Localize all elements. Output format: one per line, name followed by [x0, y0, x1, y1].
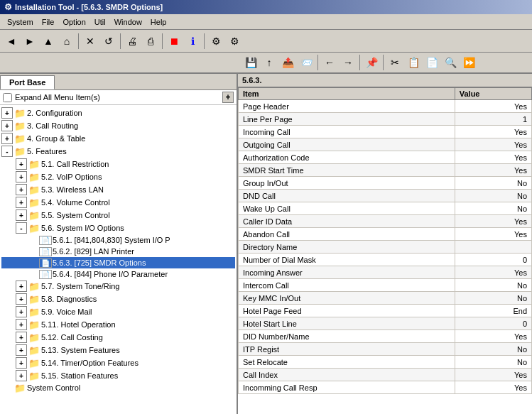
tree-toggle-callrestriction[interactable]: +	[16, 158, 27, 170]
table-row[interactable]: Authorization CodeYes	[239, 151, 532, 164]
upload3-button[interactable]: 📨	[298, 54, 315, 71]
tree-toggle-config[interactable]: +	[1, 107, 13, 119]
tree-item-syscontrolbottom[interactable]: 📁System Control	[1, 382, 235, 393]
table-row[interactable]: Line Per Page1	[239, 113, 532, 126]
menu-file[interactable]: File	[38, 16, 59, 28]
search-button[interactable]: 🔍	[442, 54, 459, 71]
forward-button[interactable]: ►	[21, 33, 38, 50]
tree-item-voip[interactable]: +📁5.2. VoIP Options	[1, 170, 235, 183]
table-row[interactable]: Call IndexYes	[239, 369, 532, 381]
tree-item-volume[interactable]: +📁5.4. Volume Control	[1, 196, 235, 209]
tree-toggle-sysfeatures[interactable]: +	[16, 344, 27, 356]
data-table[interactable]: Item Value Page HeaderYesLine Per Page1I…	[238, 87, 532, 414]
tree-toggle-group[interactable]: +	[1, 133, 13, 144]
tree-toggle-syscontrol[interactable]: +	[16, 209, 27, 221]
table-row[interactable]: DND CallNo	[239, 190, 532, 202]
tree-item-timeroption[interactable]: +📁5.14. Timer/Option Features	[1, 356, 235, 369]
tree-toggle-timeroption[interactable]: +	[16, 357, 27, 369]
table-row[interactable]: ITP RegistNo	[239, 343, 532, 356]
home-button[interactable]: ⌂	[58, 33, 75, 50]
expand-checkbox[interactable]	[3, 93, 12, 102]
tree-item-hotel[interactable]: +📁5.11. Hotel Operation	[1, 318, 235, 331]
table-row[interactable]: SMDR Start TimeYes	[239, 164, 532, 177]
table-row[interactable]: Key MMC In/OutNo	[239, 292, 532, 305]
tree-item-sysio4[interactable]: 📄5.6.4. [844] Phone I/O Parameter	[1, 268, 235, 280]
menu-util[interactable]: Util	[90, 16, 110, 28]
tree-container[interactable]: +📁2. Configuration+📁3. Call Routing+📁4. …	[0, 105, 237, 414]
table-row[interactable]: Caller ID DataYes	[239, 215, 532, 228]
tree-toggle-volume[interactable]: +	[16, 197, 27, 208]
table-row[interactable]: Incoming CallYes	[239, 126, 532, 138]
tree-label-sysio1: 5.6.1. [841,804,830] System I/O P	[53, 236, 170, 244]
tree-toggle-sysio[interactable]: -	[16, 222, 27, 234]
table-row[interactable]: Page HeaderYes	[239, 100, 532, 113]
table-row[interactable]: Hotel Start Line0	[239, 317, 532, 330]
stop-button[interactable]: ⏹	[165, 33, 183, 50]
tree-item-callcosting[interactable]: +📁5.12. Call Costing	[1, 331, 235, 344]
table-row[interactable]: Intercom CallNo	[239, 279, 532, 292]
tree-toggle-station[interactable]: +	[16, 370, 27, 381]
cut-button[interactable]: ✂	[386, 54, 403, 71]
menu-help[interactable]: Help	[146, 16, 171, 28]
menu-system[interactable]: System	[3, 16, 38, 28]
tree-item-diag[interactable]: +📁5.8. Diagnostics	[1, 293, 235, 305]
settings2-button[interactable]: ⚙	[226, 33, 243, 50]
paste-button[interactable]: 📄	[423, 54, 440, 71]
pin-button[interactable]: 📌	[363, 54, 380, 71]
table-row[interactable]: DID Number/NameYes	[239, 330, 532, 343]
tree-item-sysfeatures[interactable]: +📁5.13. System Features	[1, 344, 235, 356]
table-row[interactable]: Directory Name	[239, 241, 532, 254]
menu-window[interactable]: Window	[110, 16, 146, 28]
tree-item-features[interactable]: -📁5. Features	[1, 145, 235, 158]
table-row[interactable]: Number of Dial Mask0	[239, 254, 532, 266]
tree-item-config[interactable]: +📁2. Configuration	[1, 107, 235, 119]
port-base-tab[interactable]: Port Base	[0, 75, 55, 89]
tree-toggle-features[interactable]: -	[1, 146, 13, 157]
table-row[interactable]: Outgoing CallYes	[239, 138, 532, 151]
back-button[interactable]: ◄	[3, 33, 20, 50]
tree-toggle-wireless[interactable]: +	[16, 184, 27, 195]
tree-item-callrestriction[interactable]: +📁5.1. Call Restriction	[1, 158, 235, 170]
settings-button[interactable]: ⚙	[207, 33, 224, 50]
refresh-button[interactable]: ↺	[100, 33, 117, 50]
tree-item-sysio[interactable]: -📁5.6. System I/O Options	[1, 222, 235, 234]
tree-item-voicemail[interactable]: +📁5.9. Voice Mail	[1, 305, 235, 318]
table-row[interactable]: Abandon CallYes	[239, 228, 532, 241]
tree-toggle-routing[interactable]: +	[1, 120, 13, 131]
tree-item-sysio1[interactable]: 📄5.6.1. [841,804,830] System I/O P	[1, 234, 235, 246]
table-row[interactable]: Hotel Page FeedEnd	[239, 305, 532, 317]
filter-button[interactable]: ⏩	[460, 54, 477, 71]
tree-item-syscontrol[interactable]: +📁5.5. System Control	[1, 209, 235, 222]
tree-item-station[interactable]: +📁5.15. Station Features	[1, 369, 235, 382]
tree-item-tonering[interactable]: +📁5.7. System Tone/Ring	[1, 280, 235, 293]
tree-toggle-tonering[interactable]: +	[16, 280, 27, 292]
save-button[interactable]: 💾	[242, 54, 259, 71]
table-row[interactable]: Incoming AnswerYes	[239, 266, 532, 279]
print2-button[interactable]: ⎙	[142, 33, 159, 50]
close-button[interactable]: ✕	[82, 33, 99, 50]
tree-item-wireless[interactable]: +📁5.3. Wireless LAN	[1, 183, 235, 196]
nav-left-button[interactable]: ←	[321, 54, 338, 71]
up-button[interactable]: ▲	[40, 33, 57, 50]
upload-button[interactable]: ↑	[261, 54, 278, 71]
tree-toggle-hotel[interactable]: +	[16, 319, 27, 330]
tree-toggle-diag[interactable]: +	[16, 293, 27, 305]
info-button[interactable]: ℹ	[184, 33, 201, 50]
tree-item-sysio2[interactable]: 📄5.6.2. [829] LAN Printer	[1, 246, 235, 257]
tree-toggle-callcosting[interactable]: +	[16, 332, 27, 343]
table-row[interactable]: Set RelocateNo	[239, 356, 532, 369]
copy-button[interactable]: 📋	[405, 54, 422, 71]
tree-item-sysio3[interactable]: 📄5.6.3. [725] SMDR Options	[1, 257, 235, 268]
nav-right-button[interactable]: →	[340, 54, 357, 71]
menu-option[interactable]: Option	[58, 16, 89, 28]
tree-item-group[interactable]: +📁4. Group & Table	[1, 132, 235, 145]
tree-toggle-voip[interactable]: +	[16, 171, 27, 183]
tree-item-routing[interactable]: +📁3. Call Routing	[1, 119, 235, 132]
print-button[interactable]: 🖨	[124, 33, 141, 50]
tree-toggle-voicemail[interactable]: +	[16, 306, 27, 317]
table-row[interactable]: Incomming Call RespYes	[239, 381, 532, 394]
upload2-button[interactable]: 📤	[279, 54, 296, 71]
table-row[interactable]: Wake Up CallNo	[239, 202, 532, 215]
table-row[interactable]: Group In/OutNo	[239, 177, 532, 190]
expand-plus-button[interactable]: +	[222, 92, 234, 103]
